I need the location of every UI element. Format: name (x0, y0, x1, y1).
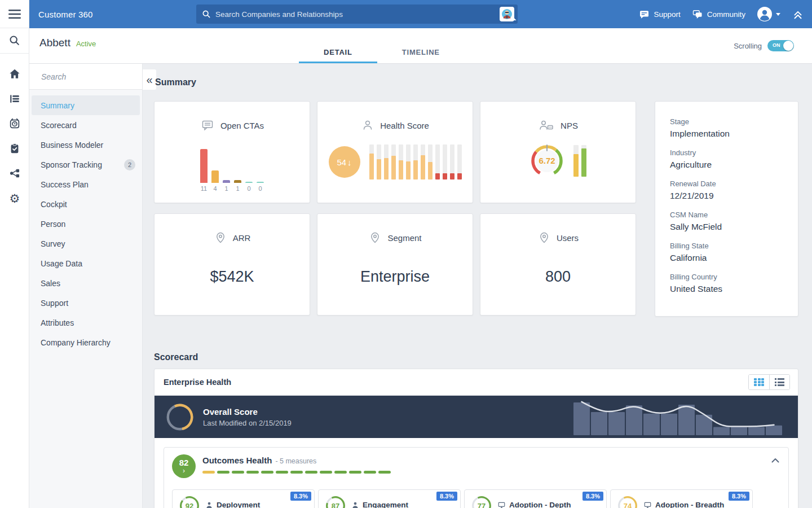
map-pin-icon (214, 231, 227, 244)
enterprise-health-title: Enterprise Health (164, 378, 231, 387)
rail-timeline-clock-icon[interactable] (0, 111, 29, 136)
measure-card-engagement[interactable]: 87 Engagement 8.3% (318, 489, 461, 508)
overall-score-trend-chart (573, 397, 783, 436)
rail-tasks-icon[interactable] (0, 136, 29, 161)
segment-title: Segment (387, 233, 421, 243)
arr-card[interactable]: ARR $542K (154, 213, 310, 316)
rail-rules-icon[interactable] (0, 86, 29, 111)
open-ctas-bar-chart: 1141100 (200, 146, 264, 192)
section-sidebar: Summary Scorecard Business Modeler Spons… (29, 64, 143, 508)
measure-weight-badge: 8.3% (729, 492, 749, 501)
company-info-panel: StageImplementation IndustryAgriculture … (655, 101, 798, 317)
support-label: Support (654, 10, 680, 19)
collapse-section-chevron-up-icon[interactable] (771, 458, 779, 463)
measure-card-deployment[interactable]: 92 Deployment 8.3% (172, 489, 315, 508)
tab-timeline[interactable]: TIMELINE (377, 41, 465, 63)
overall-score-title: Overall Score (203, 407, 292, 417)
info-value: Implementation (670, 129, 783, 139)
rail-settings-gear-icon[interactable]: ⚙ (0, 186, 29, 211)
global-search[interactable] (196, 5, 518, 24)
community-link[interactable]: Community (692, 9, 745, 20)
sidebar-item-company-hierarchy[interactable]: Company Hierarchy (32, 332, 140, 352)
measure-label: Adoption - Breadth (655, 501, 724, 508)
rail-search-icon[interactable] (0, 28, 29, 54)
info-label: Industry (670, 148, 783, 157)
sidebar-item-sales[interactable]: Sales (32, 273, 140, 293)
sidebar-item-support[interactable]: Support (32, 293, 140, 313)
sidebar-item-usage-data[interactable]: Usage Data (32, 253, 140, 273)
sidebar-search[interactable] (29, 64, 142, 90)
global-search-input[interactable] (215, 10, 500, 19)
health-score-card[interactable]: Health Score 54↓ (317, 101, 473, 203)
tab-detail[interactable]: DETAIL (299, 41, 377, 63)
measure-score: 74 (617, 496, 638, 508)
person-icon (205, 501, 213, 508)
summary-section-title: Summary (155, 77, 196, 87)
arr-title: ARR (233, 233, 251, 243)
info-value: Agriculture (670, 160, 783, 170)
scrolling-toggle-knob (783, 41, 793, 51)
segment-card[interactable]: Segment Enterprise (317, 213, 473, 316)
sidebar-item-survey[interactable]: Survey (32, 234, 140, 253)
open-ctas-card[interactable]: Open CTAs 1141100 (154, 101, 310, 203)
rail-relationships-icon[interactable] (0, 161, 29, 186)
collapse-topbar-icon[interactable] (792, 8, 804, 20)
health-score-history-chart (369, 144, 462, 179)
arr-value: $542K (210, 268, 254, 286)
chevron-double-left-icon: « (146, 73, 152, 86)
search-persona-avatar[interactable] (500, 7, 514, 21)
outcomes-health-score-circle[interactable]: 82 › (172, 454, 196, 478)
overall-score-band: Overall Score Last Modified on 2/15/2019 (155, 396, 798, 438)
sidebar-item-attributes[interactable]: Attributes (32, 313, 140, 332)
grid-view-icon (754, 378, 764, 386)
sidebar-item-cockpit[interactable]: Cockpit (32, 194, 140, 214)
sidebar-item-scorecard[interactable]: Scorecard (32, 115, 140, 135)
measure-label: Engagement (363, 501, 408, 508)
nav-rail: ⚙ (0, 0, 29, 508)
sidebar-item-business-modeler[interactable]: Business Modeler (32, 135, 140, 155)
nps-title: NPS (561, 121, 578, 130)
sidebar-item-summary[interactable]: Summary (32, 95, 140, 115)
monitor-icon (643, 501, 652, 508)
nps-value: 6.72 (529, 156, 564, 165)
outcomes-measure-count: - 5 measures (275, 457, 316, 465)
info-value: 12/21/2019 (670, 191, 783, 201)
list-view-button[interactable] (769, 375, 789, 389)
sidebar-collapse-button[interactable]: « (143, 69, 156, 90)
overall-score-ring[interactable] (166, 403, 194, 431)
open-ctas-title: Open CTAs (220, 121, 264, 130)
rail-home-icon[interactable] (0, 62, 29, 86)
company-header: Abbett Active DETAIL TIMELINE Scrolling … (29, 28, 812, 64)
user-menu-caret-icon (776, 13, 780, 18)
support-icon (639, 9, 650, 20)
sidebar-search-input[interactable] (41, 72, 144, 81)
measure-weight-badge: 8.3% (582, 492, 603, 501)
person-icon (351, 501, 359, 508)
support-link[interactable]: Support (639, 9, 680, 20)
info-value: United States (670, 284, 783, 294)
community-label: Community (707, 10, 745, 19)
user-menu[interactable] (757, 6, 780, 22)
nps-card[interactable]: NPS 6.72 (480, 101, 636, 203)
grid-view-button[interactable] (749, 375, 769, 389)
top-bar: Customer 360 Support Community (29, 0, 812, 28)
sidebar-item-person[interactable]: Person (32, 214, 140, 234)
measure-card-adoption-breadth[interactable]: 74 Adoption - Breadth 8.3% (610, 489, 753, 508)
sidebar-item-success-plan[interactable]: Success Plan (32, 174, 140, 194)
scorecard-section-title: Scorecard (154, 352, 198, 362)
company-status-badge: Active (76, 40, 96, 48)
measure-card-adoption-depth[interactable]: 77 Adoption - Depth 8.3% (464, 489, 607, 508)
users-value: 800 (545, 268, 571, 286)
outcomes-health-score: 82 (179, 458, 189, 467)
list-view-icon (775, 378, 784, 386)
health-score-value: 54 (337, 157, 346, 167)
sponsor-tracking-count-badge: 2 (124, 159, 135, 170)
sidebar-item-sponsor-tracking[interactable]: Sponsor Tracking2 (32, 155, 140, 174)
nps-gauge: 6.72 (529, 143, 564, 178)
measure-label: Deployment (217, 501, 260, 508)
outcomes-progress-dashes (202, 471, 391, 474)
users-card[interactable]: Users 800 (480, 213, 636, 316)
hamburger-menu-icon[interactable] (0, 0, 29, 28)
scrolling-toggle[interactable]: ON (767, 40, 794, 51)
health-score-title: Health Score (380, 121, 429, 130)
